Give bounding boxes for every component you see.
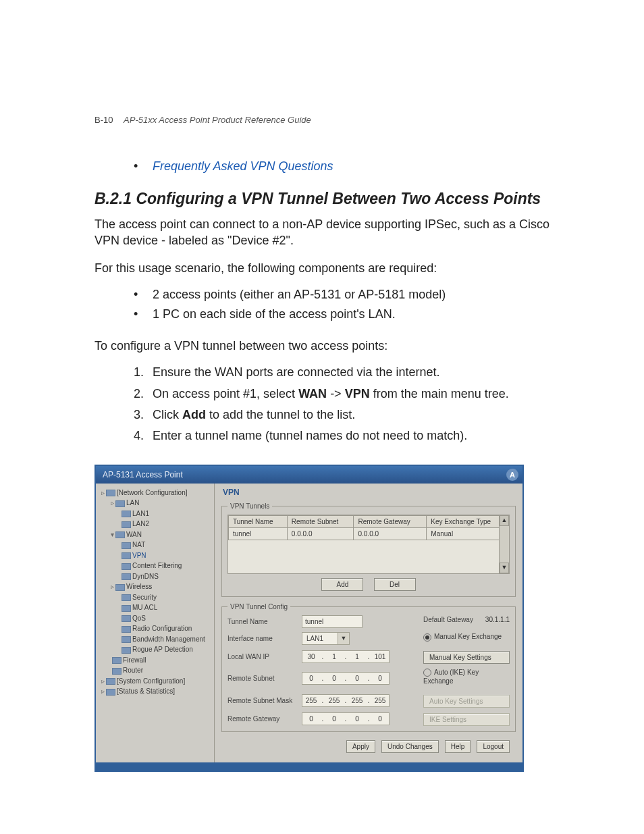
tree-item[interactable]: ▾WAN — [99, 529, 211, 540]
auto-ike-radio[interactable] — [423, 669, 431, 677]
table-header[interactable]: Remote Gateway — [354, 516, 427, 528]
tunnel-name-input[interactable]: tunnel — [302, 615, 363, 628]
interface-name-label: Interface name — [227, 634, 302, 643]
ip-separator: . — [320, 695, 325, 706]
table-cell: 0.0.0.0 — [354, 528, 427, 540]
local-wan-ip-input[interactable]: 30.1.1.101 — [302, 650, 390, 663]
del-button[interactable]: Del — [374, 578, 416, 591]
ip-octet[interactable]: 101 — [371, 651, 389, 662]
tree-item[interactable]: Content Filtering — [99, 561, 211, 571]
ip-octet[interactable]: 0 — [302, 713, 320, 725]
tree-twist-icon[interactable]: ▹ — [101, 687, 105, 695]
ip-octet[interactable]: 0 — [348, 673, 366, 684]
tree-item[interactable]: LAN1 — [99, 509, 211, 519]
ip-octet[interactable]: 255 — [371, 695, 389, 706]
tree-item[interactable]: ▹[Status & Statistics] — [99, 686, 211, 697]
chevron-down-icon[interactable]: ▼ — [338, 633, 349, 644]
remote-subnet-input[interactable]: 0.0.0.0 — [302, 672, 390, 685]
auto-ike-label: Auto (IKE) Key Exchange — [423, 669, 479, 685]
tree-node-icon — [122, 573, 131, 580]
tree-item-label: [Network Configuration] — [117, 489, 188, 496]
tree-item[interactable]: Rogue AP Detection — [99, 644, 211, 655]
tree-node-icon — [122, 615, 131, 622]
ip-octet[interactable]: 1 — [348, 651, 366, 662]
step-text: Enter a tunnel name (tunnel names do not… — [153, 429, 467, 442]
tree-twist-icon[interactable]: ▹ — [101, 677, 105, 685]
ip-octet[interactable]: 0 — [325, 673, 343, 684]
tree-node-icon — [122, 636, 131, 643]
table-header[interactable]: Tunnel Name — [229, 516, 288, 528]
manual-key-settings-button[interactable]: Manual Key Settings — [423, 651, 510, 664]
table-cell: Manual — [427, 528, 509, 540]
req-item: 2 access points (either an AP-5131 or AP… — [153, 288, 446, 301]
interface-select[interactable]: LAN1 ▼ — [302, 632, 350, 645]
tree-item-label: Security — [132, 594, 157, 601]
tree-item[interactable]: Radio Configuration — [99, 623, 211, 634]
ip-octet[interactable]: 0 — [325, 713, 343, 725]
tree-item-label: QoS — [132, 615, 146, 622]
nav-tree: ▹[Network Configuration]▹LANLAN1LAN2▾WAN… — [96, 484, 215, 762]
table-header[interactable]: Remote Subnet — [287, 516, 354, 528]
vpn-tunnels-group: VPN Tunnels Tunnel NameRemote SubnetRemo… — [221, 502, 516, 597]
scroll-down-icon[interactable]: ▼ — [500, 563, 509, 573]
tree-twist-icon[interactable]: ▹ — [101, 489, 105, 496]
faq-vpn-link[interactable]: Frequently Asked VPN Questions — [153, 159, 333, 173]
ip-octet[interactable]: 255 — [302, 695, 320, 706]
vpn-tunnels-table[interactable]: Tunnel NameRemote SubnetRemote GatewayKe… — [228, 515, 509, 540]
tree-item[interactable]: Router — [99, 665, 211, 676]
remote-gateway-input[interactable]: 0.0.0.0 — [302, 712, 390, 725]
tree-item[interactable]: LAN2 — [99, 519, 211, 529]
window-title: AP-5131 Access Point — [103, 470, 183, 479]
tree-item[interactable]: DynDNS — [99, 571, 211, 582]
tree-item[interactable]: Security — [99, 592, 211, 603]
undo-changes-button[interactable]: Undo Changes — [381, 740, 439, 753]
table-header[interactable]: Key Exchange Type — [427, 516, 509, 528]
ip-octet[interactable]: 255 — [348, 695, 366, 706]
paragraph-2: For this usage scenario, the following c… — [95, 260, 570, 276]
tree-item[interactable]: ▹Wireless — [99, 581, 211, 592]
ip-separator: . — [320, 673, 325, 684]
tree-item[interactable]: Firewall — [99, 655, 211, 666]
tree-twist-icon[interactable]: ▹ — [111, 583, 114, 590]
tree-item[interactable]: ▹[System Configuration] — [99, 676, 211, 687]
scroll-up-icon[interactable]: ▲ — [500, 515, 509, 526]
tree-item[interactable]: Bandwidth Management — [99, 634, 211, 645]
tree-node-icon — [122, 594, 131, 601]
apply-button[interactable]: Apply — [346, 740, 375, 753]
tree-item-label: LAN — [126, 499, 139, 506]
tree-item-label: MU ACL — [132, 604, 157, 611]
logout-button[interactable]: Logout — [477, 740, 510, 753]
ip-octet[interactable]: 0 — [371, 673, 389, 684]
ip-octet[interactable]: 0 — [371, 713, 389, 725]
auto-key-settings-button[interactable]: Auto Key Settings — [423, 695, 510, 708]
bottom-toolbar: Apply Undo Changes Help Logout — [221, 737, 516, 757]
ip-octet[interactable]: 255 — [325, 695, 343, 706]
ip-octet[interactable]: 0 — [348, 713, 366, 725]
tree-item[interactable]: ▹LAN — [99, 498, 211, 509]
tree-item[interactable]: VPN — [99, 550, 211, 561]
tree-twist-icon[interactable]: ▾ — [111, 531, 114, 538]
group-legend: VPN Tunnel Config — [227, 602, 290, 611]
ip-octet[interactable]: 1 — [325, 651, 343, 662]
ip-octet[interactable]: 0 — [302, 673, 320, 684]
table-row[interactable]: tunnel0.0.0.00.0.0.0Manual — [229, 528, 509, 540]
tree-node-icon — [122, 605, 131, 612]
ip-octet[interactable]: 30 — [302, 651, 320, 662]
tree-item[interactable]: MU ACL — [99, 602, 211, 613]
remote-subnet-mask-input[interactable]: 255.255.255.255 — [302, 694, 390, 707]
tree-item-label: Content Filtering — [132, 562, 182, 569]
status-strip — [96, 762, 522, 771]
manual-key-radio[interactable] — [423, 633, 431, 642]
help-button[interactable]: Help — [445, 740, 471, 753]
tree-item[interactable]: ▹[Network Configuration] — [99, 488, 211, 498]
ike-settings-button[interactable]: IKE Settings — [423, 713, 510, 726]
tree-twist-icon[interactable]: ▹ — [111, 499, 114, 506]
tree-node-icon — [122, 511, 131, 517]
tree-node-icon — [106, 689, 115, 696]
tree-item[interactable]: NAT — [99, 540, 211, 550]
add-button[interactable]: Add — [321, 578, 363, 591]
table-scrollbar[interactable]: ▲ ▼ — [499, 515, 509, 573]
tree-item[interactable]: QoS — [99, 613, 211, 624]
step-text: Click — [153, 408, 182, 421]
tree-node-icon — [115, 584, 125, 591]
